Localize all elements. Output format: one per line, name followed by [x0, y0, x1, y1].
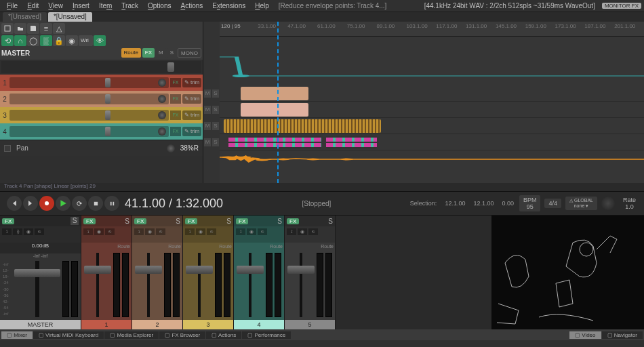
io-icon[interactable]: ⟟	[134, 228, 144, 235]
mixer-route[interactable]: Route	[134, 244, 181, 249]
mixer-route[interactable]: Route	[235, 244, 283, 249]
dock-tab-video[interactable]: ▢ Video	[569, 331, 601, 339]
menu-view[interactable]: View	[44, 1, 67, 10]
record-button[interactable]	[39, 196, 54, 211]
master-fx-button[interactable]: FX	[142, 48, 155, 58]
menu-insert[interactable]: Insert	[68, 1, 94, 10]
mixer-route[interactable]: Route	[286, 244, 334, 249]
track4-lane[interactable]	[220, 134, 644, 150]
io-icon[interactable]: ⟟	[287, 228, 296, 235]
video-window[interactable]	[491, 216, 644, 329]
selection-start[interactable]: 12.1.00	[445, 200, 465, 207]
wiring-button[interactable]: Wridiag	[79, 35, 93, 46]
mixer-io-icon[interactable]: ⎋	[35, 228, 44, 235]
project-tab-1[interactable]: *[Unsaved]	[48, 12, 92, 22]
monitor-fx-button[interactable]: MONITOR FX	[602, 3, 641, 9]
dock-tab-mixer[interactable]: ▢ Mixer	[1, 331, 33, 339]
mixer-strip-label[interactable]: 5	[285, 320, 335, 329]
track-row-4[interactable]: 4 FX ✎ trim	[0, 123, 203, 140]
mixer-solo[interactable]: S	[277, 218, 282, 225]
track2-mute[interactable]: M	[204, 106, 211, 114]
new-project-icon[interactable]	[1, 23, 14, 34]
menu-options[interactable]: Options	[144, 1, 175, 10]
track3-lane[interactable]	[220, 118, 644, 134]
selection-length[interactable]: 0.00	[502, 200, 514, 207]
timeline-ruler[interactable]: 120 | 95 33.1.00 47.1.00 61.1.00 75.1.00…	[220, 22, 644, 37]
track-trim-button[interactable]: ✎ trim	[182, 78, 201, 87]
dock-tab-virtualmidi[interactable]: ▢ Virtual MIDI Keyboard	[33, 331, 104, 339]
io-icon[interactable]: ◉	[196, 228, 205, 235]
dock-tab-mediaexplorer[interactable]: ▢ Media Explorer	[104, 331, 159, 339]
dock-tab-fxbrowser[interactable]: ▢ FX Browser	[159, 331, 205, 339]
project-tab-0[interactable]: *[Unsaved]	[3, 12, 47, 22]
mixer-fader[interactable]	[287, 253, 315, 317]
ripple-icon[interactable]: ◯	[27, 35, 39, 46]
io-icon[interactable]: ◉	[247, 228, 256, 235]
track-volume-fader[interactable]	[9, 110, 169, 121]
edit-cursor[interactable]	[277, 22, 279, 183]
playrate-knob[interactable]	[601, 197, 615, 210]
mixer-fx[interactable]: FX	[134, 218, 146, 224]
io-icon[interactable]: ◉	[298, 228, 307, 235]
save-project-icon[interactable]	[27, 23, 39, 34]
repeat-button[interactable]: ⟳	[72, 196, 87, 211]
snap-icon[interactable]: 🔒	[53, 35, 65, 46]
mixer-solo[interactable]: S	[176, 218, 180, 225]
mixer-io-icon[interactable]: ⟟	[2, 228, 12, 235]
track4-mute[interactable]: M	[204, 138, 211, 146]
track-row-3[interactable]: 3 FX ✎ trim	[0, 107, 203, 123]
mixer-fx[interactable]: FX	[236, 218, 248, 224]
envelope-lane[interactable]	[220, 150, 644, 167]
track1-solo[interactable]: S	[212, 89, 219, 98]
mixer-io-icon[interactable]: ⟠	[13, 228, 22, 235]
auto-crossfade-icon[interactable]: ⟲	[1, 35, 14, 46]
mixer-route[interactable]: Route	[184, 244, 232, 249]
track3-mute[interactable]: M	[204, 122, 211, 130]
io-icon[interactable]: ⟟	[83, 228, 93, 235]
mixer-solo[interactable]: S	[226, 218, 231, 225]
track-trim-button[interactable]: ✎ trim	[182, 110, 201, 120]
visibility-icon[interactable]: 👁	[94, 35, 106, 46]
master-solo-button[interactable]: S	[167, 48, 176, 58]
menu-file[interactable]: FFileile	[3, 1, 22, 10]
track-fx-button[interactable]: FX	[170, 78, 181, 87]
track-trim-button[interactable]: ✎ trim	[182, 94, 201, 104]
mixer-strip-label[interactable]: 3	[183, 320, 233, 329]
track-fx-button[interactable]: FX	[170, 94, 181, 104]
media-item[interactable]	[241, 103, 308, 117]
envelope-icon[interactable]: ∩	[14, 35, 26, 46]
global-automation-box[interactable]: ◬ GLOBALnone ▾	[565, 197, 597, 210]
menu-help[interactable]: Help	[251, 1, 273, 10]
track-fx-button[interactable]: FX	[170, 110, 181, 120]
pause-button[interactable]	[104, 196, 119, 211]
open-project-icon[interactable]	[14, 23, 26, 34]
play-button[interactable]	[56, 196, 71, 211]
master-volume-fader[interactable]	[1, 61, 201, 73]
mixer-route[interactable]: Route	[83, 244, 130, 249]
menu-extensions[interactable]: Extensions	[208, 1, 249, 10]
mixer-io-icon[interactable]: ◉	[24, 228, 33, 235]
selection-end[interactable]: 12.1.00	[473, 200, 494, 207]
track3-solo[interactable]: S	[212, 122, 219, 130]
master-mute-button[interactable]: M	[156, 48, 166, 58]
mixer-fx[interactable]: FX	[287, 218, 299, 224]
goto-end-button[interactable]	[23, 196, 38, 211]
io-icon[interactable]: ◉	[94, 228, 104, 235]
mixer-master-fader[interactable]	[14, 261, 60, 317]
media-item[interactable]	[241, 87, 308, 100]
track-volume-fader[interactable]	[9, 77, 169, 88]
io-icon[interactable]: ⟟	[236, 228, 245, 235]
mixer-fx[interactable]: FX	[83, 218, 96, 224]
envelope-knob[interactable]	[167, 144, 175, 152]
io-icon[interactable]: ⎋	[308, 228, 318, 235]
rate-box[interactable]: Rate1.0	[619, 195, 640, 211]
mixer-fader[interactable]	[84, 253, 111, 317]
io-icon[interactable]: ⎋	[207, 228, 216, 235]
goto-start-button[interactable]	[7, 196, 22, 211]
track2-lane[interactable]	[220, 102, 644, 118]
menu-track[interactable]: Track	[117, 1, 142, 10]
mixer-fader[interactable]	[186, 253, 213, 317]
track-row-2[interactable]: 2 FX ✎ trim	[0, 91, 203, 107]
timesig-box[interactable]: 4/4	[544, 199, 561, 208]
mixer-master-fx[interactable]: FX	[2, 218, 14, 224]
